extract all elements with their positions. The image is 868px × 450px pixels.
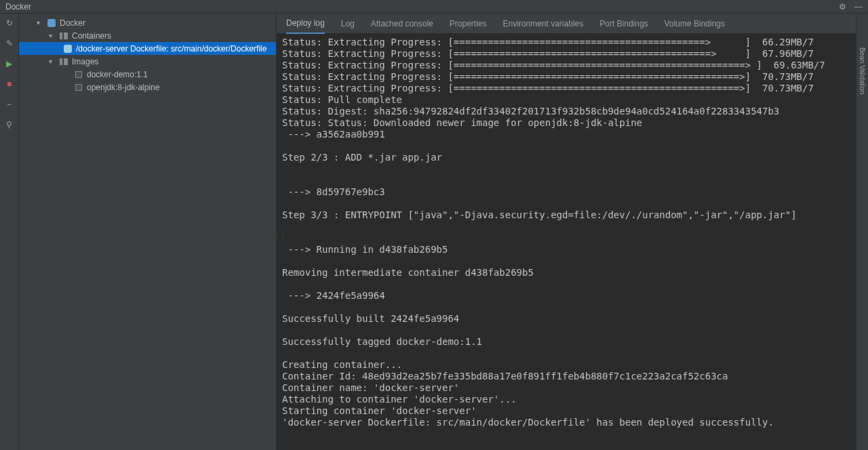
- window-controls: ⚙ —: [839, 2, 863, 12]
- containers-icon: [58, 33, 69, 39]
- images-icon: [58, 58, 69, 65]
- image-icon: [73, 84, 84, 91]
- chevron-down-icon[interactable]: ▾: [37, 19, 46, 26]
- tree-image2-label: openjdk:8-jdk-alpine: [87, 83, 159, 92]
- tab-properties[interactable]: Properties: [450, 14, 487, 34]
- right-edge-label[interactable]: Bean Validation: [859, 47, 866, 94]
- tree-panel[interactable]: ▾ Docker ▾ Containers /docker-server Doc…: [19, 14, 277, 450]
- dockerfile-icon: [62, 45, 73, 53]
- tree-containers-label: Containers: [72, 31, 111, 41]
- stop-icon[interactable]: ■: [4, 79, 15, 89]
- tab-env-vars[interactable]: Environment variables: [503, 14, 584, 34]
- titlebar: Docker ⚙ —: [0, 0, 868, 14]
- tree-image1-label: docker-demo:1.1: [87, 70, 148, 79]
- chevron-down-icon[interactable]: ▾: [49, 32, 58, 39]
- tab-volume-bindings[interactable]: Volume Bindings: [665, 14, 725, 34]
- tree-docker-label: Docker: [60, 18, 85, 28]
- tab-deploy-log[interactable]: Deploy log: [286, 14, 325, 34]
- console-output[interactable]: Status: Extracting Progress: [==========…: [277, 34, 856, 450]
- tree-containers[interactable]: ▾ Containers: [19, 29, 276, 42]
- docker-icon: [46, 19, 57, 27]
- redeploy-icon[interactable]: ↻: [4, 18, 15, 28]
- tree-images-label: Images: [72, 57, 98, 66]
- main-area: ↻ ✎ ▶ ■ − ⚲ ▾ Docker ▾ Containers /docke…: [0, 14, 868, 450]
- tree-dockerfile[interactable]: /docker-server Dockerfile: src/main/dock…: [19, 42, 276, 55]
- tree-docker-root[interactable]: ▾ Docker: [19, 16, 276, 29]
- edit-icon[interactable]: ✎: [4, 38, 15, 49]
- tree-images[interactable]: ▾ Images: [19, 55, 276, 68]
- tree-dockerfile-label: /docker-server Dockerfile: src/main/dock…: [76, 44, 267, 54]
- delete-icon[interactable]: −: [4, 99, 15, 110]
- right-panel: ⋮⋮ Deploy log Log Attached console Prope…: [277, 14, 856, 450]
- tab-log[interactable]: Log: [341, 14, 355, 34]
- tabs: Deploy log Log Attached console Properti…: [277, 14, 856, 34]
- run-icon[interactable]: ▶: [4, 58, 15, 69]
- tab-port-bindings[interactable]: Port Bindings: [599, 14, 648, 34]
- chevron-down-icon[interactable]: ▾: [49, 58, 58, 65]
- right-edge: Bean Validation: [856, 14, 868, 450]
- tab-attached-console[interactable]: Attached console: [371, 14, 433, 34]
- window-title: Docker: [5, 2, 839, 12]
- tree-image-docker-demo[interactable]: docker-demo:1.1: [19, 68, 276, 81]
- minimize-icon[interactable]: —: [854, 2, 863, 12]
- tree-image-openjdk[interactable]: openjdk:8-jdk-alpine: [19, 81, 276, 94]
- settings-icon[interactable]: ⚙: [839, 2, 846, 12]
- left-gutter: ↻ ✎ ▶ ■ − ⚲: [0, 14, 19, 450]
- image-icon: [73, 71, 84, 78]
- resize-handle-icon[interactable]: ⋮⋮: [275, 232, 285, 238]
- filter-icon[interactable]: ⚲: [4, 119, 15, 130]
